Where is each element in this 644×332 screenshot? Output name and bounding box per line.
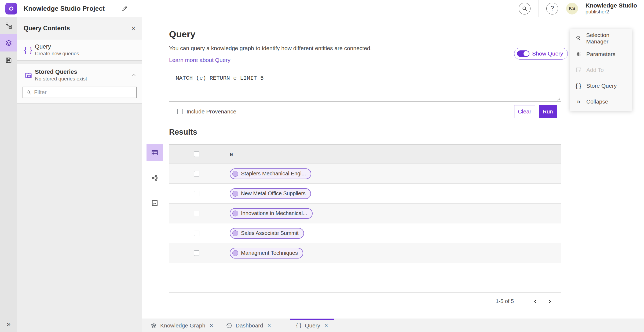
table-empty-space (169, 263, 561, 292)
learn-more-link[interactable]: Learn more about Query (169, 57, 230, 63)
topbar-divider (539, 0, 539, 17)
gear-icon (575, 51, 582, 57)
table-view-icon (151, 149, 158, 156)
braces-icon: { } (23, 45, 34, 54)
stored-queries-title: Stored Queries (35, 68, 87, 76)
add-to-icon (575, 67, 582, 73)
query-input[interactable]: MATCH (e) RETURN e LIMIT 5 (169, 71, 561, 101)
chevron-left-icon (533, 299, 538, 304)
link-chart-view-button[interactable] (147, 169, 163, 186)
close-tab-icon[interactable]: × (210, 323, 213, 329)
layers-icon (5, 39, 12, 47)
sidebar-item-save[interactable] (0, 51, 17, 69)
row-checkbox[interactable] (194, 171, 199, 176)
previous-page-button[interactable] (530, 296, 541, 307)
show-query-toggle[interactable]: Show Query (514, 48, 568, 60)
search-icon (522, 6, 528, 12)
parameters-button[interactable]: Parameters (570, 46, 632, 62)
collapse-icon: » (575, 98, 582, 105)
filter-input[interactable] (34, 89, 133, 95)
table-row[interactable]: Staplers Mechanical Engi... (169, 164, 561, 184)
stored-queries-subtitle: No stored queries exist (35, 76, 87, 82)
save-icon (5, 57, 12, 64)
row-checkbox[interactable] (194, 191, 199, 196)
question-icon: ? (551, 5, 554, 12)
stored-queries-header[interactable]: Stored Queries No stored queries exist (23, 68, 137, 82)
user-name: Knowledge Studio (586, 2, 637, 9)
query-actions-card: Selection Manager Parameters Add To { } … (570, 29, 632, 111)
braces-icon: { } (296, 322, 302, 329)
map-view-icon (151, 200, 158, 206)
selection-manager-button[interactable]: Selection Manager (570, 30, 632, 46)
include-provenance-label: Include Provenance (186, 108, 236, 115)
table-row[interactable]: New Metal Office Suppliers (169, 184, 561, 204)
tab-query[interactable]: { } Query × (290, 319, 334, 332)
panel-title: Query Contents (24, 25, 70, 32)
table-row[interactable]: Managment Techniques (169, 243, 561, 263)
knowledge-graph-icon (151, 322, 157, 329)
dashboard-gauge-icon (226, 322, 232, 329)
tab-knowledge-graph[interactable]: Knowledge Graph × (146, 319, 217, 332)
selection-manager-icon (575, 35, 582, 41)
entity-pill[interactable]: Sales Associate Summit (230, 228, 304, 239)
expand-rail-button[interactable]: » (0, 320, 17, 328)
table-row[interactable]: Sales Associate Summit (169, 223, 561, 243)
page-description: You can query a knowledge graph to ident… (169, 45, 372, 51)
query-toolbar: Include Provenance Clear Run (169, 101, 561, 121)
entity-dot-icon (232, 211, 238, 216)
edit-title-icon[interactable] (121, 5, 128, 12)
left-icon-rail: » (0, 17, 17, 332)
sidebar-item-layers[interactable] (0, 34, 17, 51)
close-tab-icon[interactable]: × (324, 323, 328, 329)
row-checkbox[interactable] (194, 250, 199, 256)
sidebar-item-data-model[interactable] (0, 17, 17, 34)
results-table-header: e (169, 145, 561, 164)
data-model-icon (5, 22, 12, 29)
query-item-title: Query (35, 43, 79, 50)
store-query-button[interactable]: { } Store Query (570, 78, 632, 94)
results-table: e Staplers Mechanical Engi... New Metal … (169, 144, 561, 310)
close-tab-icon[interactable]: × (268, 323, 271, 329)
tab-dashboard[interactable]: Dashboard × (222, 319, 275, 332)
resize-handle-icon[interactable] (556, 96, 561, 101)
toggle-switch[interactable] (517, 50, 529, 57)
close-panel-icon[interactable]: × (131, 25, 136, 32)
chevron-right-icon (547, 299, 552, 304)
avatar[interactable]: KS (566, 3, 578, 14)
entity-pill[interactable]: Innovations in Mechanical... (230, 208, 313, 219)
pagination-count: 1-5 of 5 (496, 298, 514, 304)
panel-gap (17, 61, 142, 64)
column-header-e: e (224, 151, 233, 158)
sidebar-item-query[interactable]: { } Query Create new queries (17, 39, 142, 61)
table-row[interactable]: Innovations in Mechanical... (169, 204, 561, 223)
table-pagination: 1-5 of 5 (169, 292, 561, 310)
select-all-checkbox[interactable] (194, 152, 199, 157)
map-view-button[interactable] (147, 195, 163, 211)
chevron-up-icon[interactable] (131, 72, 137, 78)
filter-search-icon (26, 90, 31, 95)
user-role: publisher2 (586, 9, 637, 15)
results-title: Results (169, 128, 197, 137)
entity-pill[interactable]: Managment Techniques (230, 248, 303, 259)
collapse-button[interactable]: » Collapse (570, 94, 632, 109)
help-button[interactable]: ? (546, 3, 558, 14)
app-logo-icon (5, 3, 17, 14)
search-button[interactable] (519, 3, 530, 14)
project-title: Knowledge Studio Project (24, 5, 105, 12)
entity-pill[interactable]: New Metal Office Suppliers (230, 188, 311, 199)
panel-header: Query Contents × (17, 17, 142, 39)
entity-dot-icon (232, 171, 238, 177)
bottom-tab-bar: Knowledge Graph × Dashboard × { } Query … (142, 319, 644, 332)
store-query-icon: { } (575, 82, 582, 89)
clear-button[interactable]: Clear (514, 105, 535, 118)
table-view-button[interactable] (147, 144, 163, 161)
include-provenance-checkbox[interactable] (177, 109, 183, 114)
row-checkbox[interactable] (194, 231, 199, 236)
filter-field[interactable] (23, 87, 137, 98)
entity-dot-icon (232, 230, 238, 236)
query-contents-panel: Query Contents × { } Query Create new qu… (17, 17, 142, 332)
next-page-button[interactable] (544, 296, 555, 307)
row-checkbox[interactable] (194, 211, 199, 216)
run-button[interactable]: Run (539, 105, 557, 118)
entity-pill[interactable]: Staplers Mechanical Engi... (230, 168, 311, 179)
